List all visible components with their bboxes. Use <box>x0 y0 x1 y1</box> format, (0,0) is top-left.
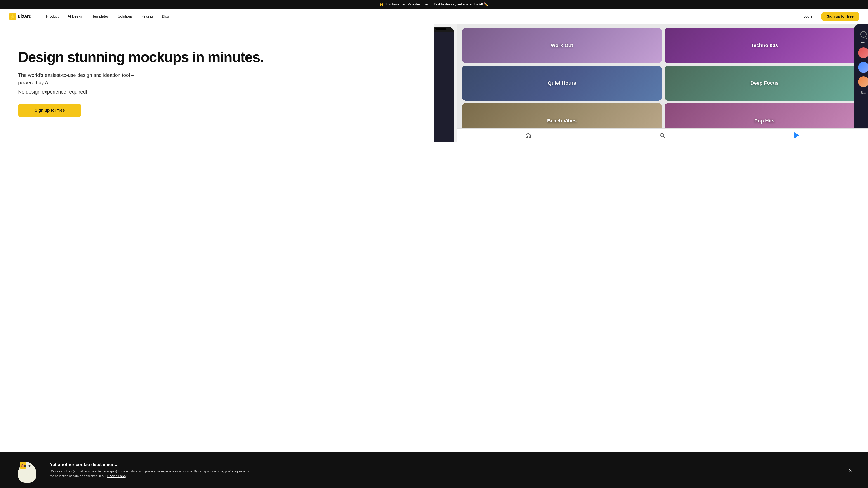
svg-line-1 <box>663 136 664 138</box>
navigation: 🌟 uizard Product AI Design Templates Sol… <box>0 8 868 24</box>
music-card-deepfocus[interactable]: Deep Focus <box>664 66 864 101</box>
card-label-techno: Techno 90s <box>749 41 780 50</box>
search-icon[interactable] <box>659 132 665 138</box>
phone-notch <box>435 28 446 30</box>
logo-text: uizard <box>18 13 32 20</box>
right-side-panel: Rec Bas <box>855 24 868 142</box>
nav-templates[interactable]: Templates <box>89 13 112 20</box>
nav-right: Log in Sign up for free <box>799 12 859 21</box>
hero-left: Design stunning mockups in minutes. The … <box>0 24 434 142</box>
card-label-beach: Beach Vibes <box>546 116 579 126</box>
panel-avatar-2 <box>858 62 868 73</box>
panel-rec-label: Rec <box>861 41 866 44</box>
music-card-workout[interactable]: Work Out <box>462 28 662 63</box>
cards-grid: Work Out Techno 90s Quiet Hours Deep Foc… <box>457 24 868 142</box>
signup-button[interactable]: Sign up for free <box>822 12 859 21</box>
hero-subtext2: No design experience required! <box>18 89 421 95</box>
panel-avatar-3 <box>858 76 868 87</box>
card-label-deepfocus: Deep Focus <box>749 78 780 88</box>
announcement-text: 🙌 Just launched: Autodesigner — Text to … <box>379 2 488 6</box>
nav-links: Product AI Design Templates Solutions Pr… <box>42 13 799 20</box>
panel-bass-label: Bas <box>861 91 866 94</box>
hero-section: Design stunning mockups in minutes. The … <box>0 24 868 142</box>
login-button[interactable]: Log in <box>799 12 818 21</box>
announcement-bar: 🙌 Just launched: Autodesigner — Text to … <box>0 0 868 8</box>
nav-ai-design[interactable]: AI Design <box>64 13 87 20</box>
nav-product[interactable]: Product <box>42 13 62 20</box>
logo-icon: 🌟 <box>9 13 16 20</box>
hero-subtext: The world's easiest-to-use design and id… <box>18 71 135 86</box>
music-card-quiet[interactable]: Quiet Hours <box>462 66 662 101</box>
nav-blog[interactable]: Blog <box>158 13 173 20</box>
hero-headline: Design stunning mockups in minutes. <box>18 50 421 65</box>
panel-search-icon <box>860 31 867 37</box>
logo[interactable]: 🌟 uizard <box>9 13 32 20</box>
phone-screen <box>434 32 454 142</box>
hero-cta-button[interactable]: Sign up for free <box>18 104 81 117</box>
card-label-pophits: Pop Hits <box>752 116 776 126</box>
panel-avatar-1 <box>858 47 868 58</box>
card-label-quiet: Quiet Hours <box>546 78 578 88</box>
nav-solutions[interactable]: Solutions <box>114 13 136 20</box>
bottom-nav-bar <box>457 128 868 142</box>
hero-right: Work Out Techno 90s Quiet Hours Deep Foc… <box>434 24 868 142</box>
home-icon[interactable] <box>525 132 531 138</box>
card-label-workout: Work Out <box>549 41 575 50</box>
nav-pricing[interactable]: Pricing <box>138 13 156 20</box>
play-icon[interactable] <box>793 132 800 138</box>
phone-frame <box>434 27 454 142</box>
music-card-techno[interactable]: Techno 90s <box>664 28 864 63</box>
